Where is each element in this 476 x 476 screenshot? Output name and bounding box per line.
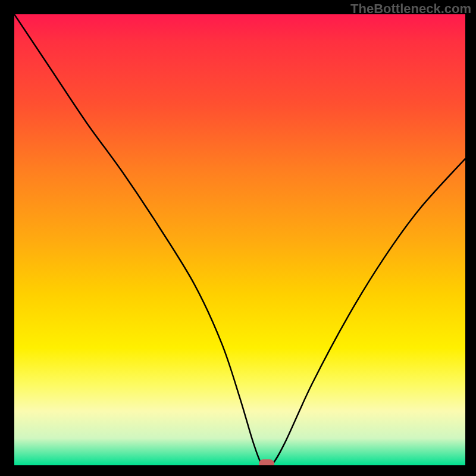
optimal-point-marker bbox=[259, 459, 274, 465]
bottleneck-curve bbox=[14, 14, 465, 465]
watermark-text: TheBottleneck.com bbox=[350, 1, 471, 17]
chart-plot-area bbox=[14, 14, 465, 465]
